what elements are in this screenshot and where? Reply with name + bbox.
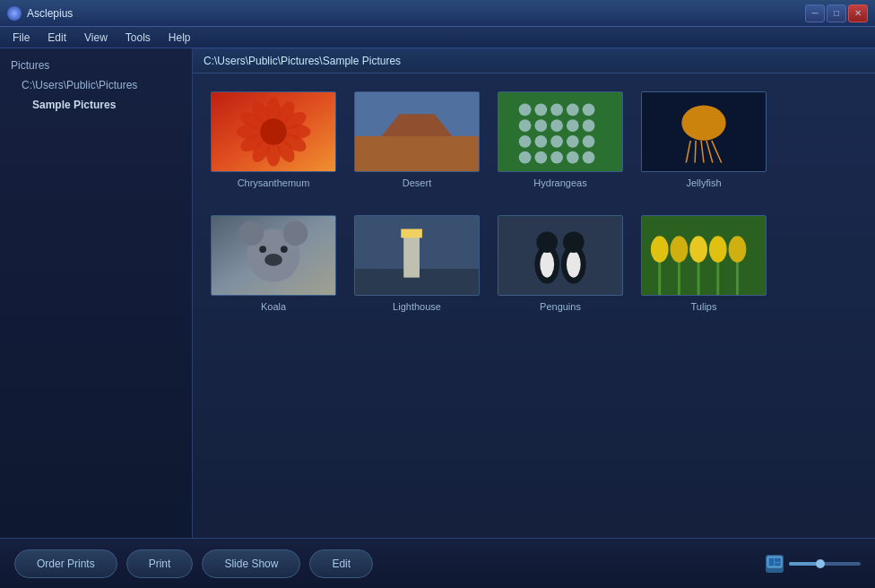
minimize-button[interactable]: ─ (805, 4, 825, 22)
gallery-thumb-desert (354, 91, 480, 172)
svg-point-28 (567, 119, 579, 132)
gallery-thumb-chrysanthemum (211, 91, 336, 172)
gallery-label-jellyfish: Jellyfish (686, 177, 721, 188)
slide-show-button[interactable]: Slide Show (202, 549, 300, 578)
titlebar: Asclepius ─ □ ✕ (0, 0, 875, 27)
gallery-label-koala: Koala (261, 301, 286, 312)
svg-rect-81 (769, 558, 774, 566)
gallery-label-lighthouse: Lighthouse (393, 301, 441, 312)
svg-point-51 (283, 221, 308, 246)
svg-point-71 (651, 236, 669, 263)
svg-point-37 (550, 151, 563, 164)
zoom-slider-thumb (816, 559, 825, 568)
svg-point-42 (681, 105, 725, 140)
svg-point-25 (519, 119, 532, 132)
svg-point-67 (563, 231, 585, 253)
menu-file[interactable]: File (4, 30, 39, 46)
svg-point-13 (260, 118, 287, 145)
svg-point-31 (534, 135, 547, 148)
gallery-label-desert: Desert (403, 177, 431, 188)
current-path: C:\Users\Public\Pictures\Sample Pictures (204, 55, 401, 67)
gallery-item-penguins[interactable]: Penguins (498, 215, 623, 312)
menu-edit[interactable]: Edit (39, 30, 75, 46)
gallery-thumb-penguins (498, 215, 623, 296)
svg-point-24 (583, 103, 595, 116)
order-prints-button[interactable]: Order Prints (14, 549, 117, 578)
svg-point-30 (519, 135, 532, 148)
svg-rect-82 (775, 558, 781, 562)
window-controls: ─ □ ✕ (805, 4, 868, 22)
menubar: File Edit View Tools Help (0, 27, 875, 48)
gallery-item-lighthouse[interactable]: Lighthouse (354, 215, 480, 312)
svg-point-50 (239, 221, 264, 246)
gallery-item-jellyfish[interactable]: Jellyfish (641, 91, 767, 188)
svg-point-79 (729, 236, 747, 263)
svg-point-38 (567, 151, 579, 164)
print-button[interactable]: Print (126, 549, 194, 578)
zoom-controls (766, 555, 861, 573)
svg-point-27 (550, 119, 563, 132)
gallery-item-chrysanthemum[interactable]: Chrysanthemum (211, 91, 336, 188)
gallery-thumb-tulips (641, 215, 767, 296)
gallery-label-tulips: Tulips (691, 301, 717, 312)
svg-point-36 (534, 151, 547, 164)
gallery-thumb-koala (211, 215, 336, 296)
svg-point-20 (519, 103, 532, 116)
svg-point-64 (536, 231, 558, 253)
maximize-button[interactable]: □ (827, 4, 846, 22)
gallery-label-hydrangeas: Hydrangeas (533, 177, 586, 188)
svg-point-29 (583, 119, 595, 132)
gallery-thumb-hydrangeas (498, 91, 623, 172)
svg-point-77 (709, 236, 727, 263)
svg-point-23 (567, 103, 579, 116)
edit-button[interactable]: Edit (309, 549, 373, 578)
gallery-grid: ChrysanthemumDesertHydrangeasJellyfishKo… (211, 91, 857, 312)
gallery-item-hydrangeas[interactable]: Hydrangeas (498, 91, 623, 188)
svg-point-26 (534, 119, 547, 132)
menu-tools[interactable]: Tools (117, 30, 160, 46)
gallery-item-desert[interactable]: Desert (354, 91, 480, 188)
image-zoom-svg (767, 556, 783, 572)
sidebar: Pictures C:\Users\Public\Pictures Sample… (0, 48, 193, 538)
svg-rect-83 (775, 563, 781, 566)
main-layout: Pictures C:\Users\Public\Pictures Sample… (0, 48, 875, 538)
zoom-slider-track (789, 562, 818, 566)
gallery-thumb-lighthouse (354, 215, 480, 296)
svg-rect-59 (401, 229, 422, 238)
menu-view[interactable]: View (75, 30, 117, 46)
gallery-label-penguins: Penguins (540, 301, 581, 312)
svg-point-32 (550, 135, 563, 148)
svg-point-52 (264, 254, 282, 266)
svg-point-66 (567, 251, 581, 278)
svg-point-73 (671, 236, 689, 263)
svg-point-22 (550, 103, 563, 116)
svg-point-21 (534, 103, 547, 116)
gallery-item-koala[interactable]: Koala (211, 215, 336, 312)
menu-help[interactable]: Help (160, 30, 200, 46)
svg-point-54 (281, 246, 288, 253)
app-icon (7, 6, 22, 21)
gallery-thumb-jellyfish (641, 91, 767, 172)
svg-rect-17 (355, 136, 479, 171)
svg-point-35 (519, 151, 532, 164)
gallery-item-tulips[interactable]: Tulips (641, 215, 767, 312)
svg-rect-58 (403, 233, 420, 277)
svg-point-33 (567, 135, 579, 148)
gallery-area: ChrysanthemumDesertHydrangeasJellyfishKo… (193, 74, 875, 538)
close-button[interactable]: ✕ (848, 4, 868, 22)
svg-line-44 (695, 141, 696, 163)
sidebar-item-sample-pictures[interactable]: Sample Pictures (0, 95, 192, 115)
gallery-label-chrysanthemum: Chrysanthemum (238, 177, 310, 188)
svg-point-75 (689, 236, 707, 263)
svg-point-53 (259, 246, 266, 253)
zoom-slider[interactable] (789, 562, 861, 566)
app-title: Asclepius (27, 7, 805, 20)
svg-point-34 (583, 135, 595, 148)
zoom-icon (766, 555, 784, 573)
svg-point-63 (540, 251, 554, 278)
path-bar: C:\Users\Public\Pictures\Sample Pictures (193, 48, 875, 74)
svg-point-39 (583, 151, 595, 164)
sidebar-item-public-pictures[interactable]: C:\Users\Public\Pictures (0, 75, 192, 95)
bottombar: Order Prints Print Slide Show Edit (0, 538, 875, 588)
sidebar-item-pictures[interactable]: Pictures (0, 56, 192, 75)
